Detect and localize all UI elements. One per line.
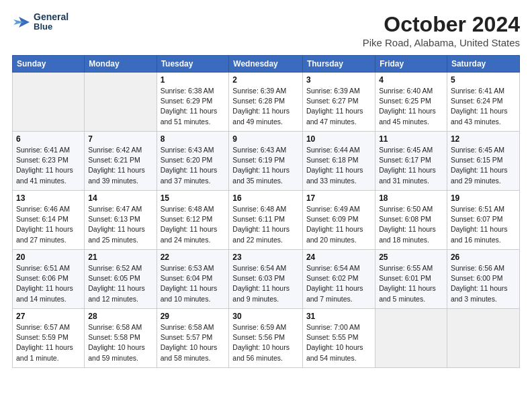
day-info: Sunrise: 6:43 AMSunset: 6:19 PMDaylight:… (232, 145, 299, 186)
calendar-cell: 31Sunrise: 7:00 AMSunset: 5:55 PMDayligh… (302, 309, 375, 368)
calendar-cell (13, 73, 85, 132)
day-number: 9 (232, 134, 299, 144)
calendar-cell: 26Sunrise: 6:56 AMSunset: 6:00 PMDayligh… (447, 250, 519, 309)
day-number: 27 (16, 312, 81, 321)
calendar-week-row: 13Sunrise: 6:46 AMSunset: 6:14 PMDayligh… (13, 191, 520, 250)
day-info: Sunrise: 6:45 AMSunset: 6:17 PMDaylight:… (379, 145, 443, 186)
day-number: 4 (379, 75, 443, 85)
day-info: Sunrise: 6:53 AMSunset: 6:04 PMDaylight:… (161, 263, 226, 304)
calendar-cell: 6Sunrise: 6:41 AMSunset: 6:23 PMDaylight… (13, 132, 85, 191)
calendar-cell: 22Sunrise: 6:53 AMSunset: 6:04 PMDayligh… (157, 250, 229, 309)
day-info: Sunrise: 6:59 AMSunset: 5:56 PMDaylight:… (232, 322, 299, 363)
calendar-cell: 21Sunrise: 6:52 AMSunset: 6:05 PMDayligh… (85, 250, 157, 309)
page: General Blue October 2024 Pike Road, Ala… (0, 0, 532, 411)
calendar-cell: 27Sunrise: 6:57 AMSunset: 5:59 PMDayligh… (13, 309, 85, 368)
calendar-cell: 23Sunrise: 6:54 AMSunset: 6:03 PMDayligh… (229, 250, 303, 309)
day-number: 15 (161, 193, 226, 203)
day-number: 7 (88, 134, 152, 144)
day-info: Sunrise: 6:52 AMSunset: 6:05 PMDaylight:… (88, 263, 152, 304)
day-info: Sunrise: 6:47 AMSunset: 6:13 PMDaylight:… (88, 204, 152, 245)
calendar-cell: 25Sunrise: 6:55 AMSunset: 6:01 PMDayligh… (375, 250, 447, 309)
calendar-cell: 15Sunrise: 6:48 AMSunset: 6:12 PMDayligh… (157, 191, 229, 250)
calendar-cell: 20Sunrise: 6:51 AMSunset: 6:06 PMDayligh… (13, 250, 85, 309)
day-number: 23 (232, 253, 299, 262)
day-number: 19 (451, 193, 516, 203)
calendar-cell: 11Sunrise: 6:45 AMSunset: 6:17 PMDayligh… (375, 132, 447, 191)
day-number: 16 (232, 193, 299, 203)
calendar-cell: 2Sunrise: 6:39 AMSunset: 6:28 PMDaylight… (229, 73, 303, 132)
calendar-cell (447, 309, 519, 368)
day-number: 5 (451, 75, 516, 85)
day-info: Sunrise: 6:48 AMSunset: 6:12 PMDaylight:… (161, 204, 226, 245)
day-number: 31 (306, 312, 371, 321)
day-info: Sunrise: 7:00 AMSunset: 5:55 PMDaylight:… (306, 322, 371, 363)
weekday-header-wednesday: Wednesday (229, 56, 303, 73)
day-number: 12 (451, 134, 516, 144)
calendar-cell: 5Sunrise: 6:41 AMSunset: 6:24 PMDaylight… (447, 73, 519, 132)
calendar-cell: 29Sunrise: 6:58 AMSunset: 5:57 PMDayligh… (157, 309, 229, 368)
day-info: Sunrise: 6:54 AMSunset: 6:03 PMDaylight:… (232, 263, 299, 304)
weekday-header-sunday: Sunday (13, 56, 85, 73)
calendar-cell: 10Sunrise: 6:44 AMSunset: 6:18 PMDayligh… (302, 132, 375, 191)
title-block: October 2024 Pike Road, Alabama, United … (363, 12, 520, 48)
calendar-cell: 16Sunrise: 6:48 AMSunset: 6:11 PMDayligh… (229, 191, 303, 250)
weekday-header-tuesday: Tuesday (157, 56, 229, 73)
calendar-week-row: 27Sunrise: 6:57 AMSunset: 5:59 PMDayligh… (13, 309, 520, 368)
day-info: Sunrise: 6:46 AMSunset: 6:14 PMDaylight:… (16, 204, 81, 245)
logo: General Blue (12, 12, 69, 32)
calendar-cell: 14Sunrise: 6:47 AMSunset: 6:13 PMDayligh… (85, 191, 157, 250)
day-number: 10 (306, 134, 371, 144)
calendar-cell (375, 309, 447, 368)
day-number: 24 (306, 253, 371, 262)
calendar-cell: 28Sunrise: 6:58 AMSunset: 5:58 PMDayligh… (85, 309, 157, 368)
logo-line2: Blue (34, 22, 69, 32)
day-info: Sunrise: 6:43 AMSunset: 6:20 PMDaylight:… (161, 145, 226, 186)
calendar-week-row: 20Sunrise: 6:51 AMSunset: 6:06 PMDayligh… (13, 250, 520, 309)
day-number: 2 (232, 75, 299, 85)
day-info: Sunrise: 6:58 AMSunset: 5:57 PMDaylight:… (161, 322, 226, 363)
logo-line1: General (34, 12, 69, 22)
day-number: 29 (161, 312, 226, 321)
day-info: Sunrise: 6:56 AMSunset: 6:00 PMDaylight:… (451, 263, 516, 304)
weekday-header-friday: Friday (375, 56, 447, 73)
day-info: Sunrise: 6:48 AMSunset: 6:11 PMDaylight:… (232, 204, 299, 245)
calendar-week-row: 1Sunrise: 6:38 AMSunset: 6:29 PMDaylight… (13, 73, 520, 132)
calendar-cell: 30Sunrise: 6:59 AMSunset: 5:56 PMDayligh… (229, 309, 303, 368)
day-info: Sunrise: 6:39 AMSunset: 6:27 PMDaylight:… (306, 86, 371, 127)
calendar-cell (85, 73, 157, 132)
day-info: Sunrise: 6:41 AMSunset: 6:24 PMDaylight:… (451, 86, 516, 127)
day-number: 17 (306, 193, 371, 203)
day-info: Sunrise: 6:51 AMSunset: 6:07 PMDaylight:… (451, 204, 516, 245)
weekday-header-monday: Monday (85, 56, 157, 73)
day-number: 30 (232, 312, 299, 321)
day-number: 6 (16, 134, 81, 144)
calendar-cell: 4Sunrise: 6:40 AMSunset: 6:25 PMDaylight… (375, 73, 447, 132)
day-info: Sunrise: 6:40 AMSunset: 6:25 PMDaylight:… (379, 86, 443, 127)
calendar-cell: 12Sunrise: 6:45 AMSunset: 6:15 PMDayligh… (447, 132, 519, 191)
calendar-cell: 13Sunrise: 6:46 AMSunset: 6:14 PMDayligh… (13, 191, 85, 250)
day-info: Sunrise: 6:58 AMSunset: 5:58 PMDaylight:… (88, 322, 152, 363)
calendar-title: October 2024 (363, 12, 520, 37)
day-number: 25 (379, 253, 443, 262)
calendar-week-row: 6Sunrise: 6:41 AMSunset: 6:23 PMDaylight… (13, 132, 520, 191)
calendar-table: SundayMondayTuesdayWednesdayThursdayFrid… (12, 55, 520, 368)
calendar-cell: 3Sunrise: 6:39 AMSunset: 6:27 PMDaylight… (302, 73, 375, 132)
day-number: 21 (88, 253, 152, 262)
day-info: Sunrise: 6:57 AMSunset: 5:59 PMDaylight:… (16, 322, 81, 363)
calendar-cell: 18Sunrise: 6:50 AMSunset: 6:08 PMDayligh… (375, 191, 447, 250)
day-number: 20 (16, 253, 81, 262)
day-number: 13 (16, 193, 81, 203)
header: General Blue October 2024 Pike Road, Ala… (12, 12, 520, 48)
day-info: Sunrise: 6:49 AMSunset: 6:09 PMDaylight:… (306, 204, 371, 245)
logo-icon (12, 13, 31, 32)
calendar-cell: 24Sunrise: 6:54 AMSunset: 6:02 PMDayligh… (302, 250, 375, 309)
calendar-cell: 8Sunrise: 6:43 AMSunset: 6:20 PMDaylight… (157, 132, 229, 191)
day-info: Sunrise: 6:54 AMSunset: 6:02 PMDaylight:… (306, 263, 371, 304)
day-number: 22 (161, 253, 226, 262)
day-number: 8 (161, 134, 226, 144)
day-number: 14 (88, 193, 152, 203)
calendar-cell: 1Sunrise: 6:38 AMSunset: 6:29 PMDaylight… (157, 73, 229, 132)
day-info: Sunrise: 6:50 AMSunset: 6:08 PMDaylight:… (379, 204, 443, 245)
day-info: Sunrise: 6:55 AMSunset: 6:01 PMDaylight:… (379, 263, 443, 304)
calendar-cell: 17Sunrise: 6:49 AMSunset: 6:09 PMDayligh… (302, 191, 375, 250)
